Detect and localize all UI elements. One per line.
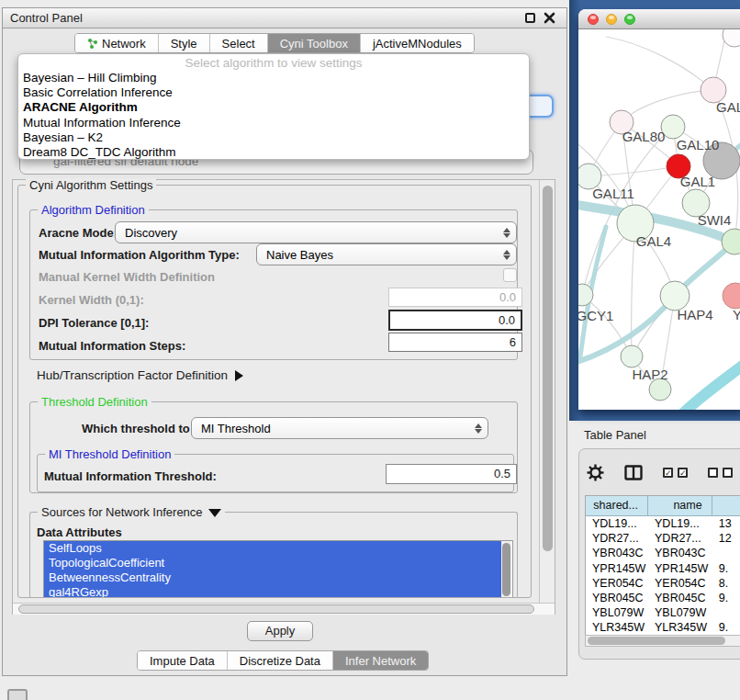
algorithm-option-bayesian-hill-climbing[interactable]: Bayesian – Hill Climbing xyxy=(18,71,529,85)
node-corner[interactable] xyxy=(723,29,740,47)
tab-jactivemnodules-label: jActiveMNodules xyxy=(373,37,462,51)
table-horizontal-scrollbar[interactable] xyxy=(585,635,740,647)
tab-jactivemnodules[interactable]: jActiveMNodules xyxy=(361,34,474,52)
node-label: GAL10 xyxy=(677,137,720,152)
control-panel-title: Control Panel xyxy=(10,11,83,25)
cell-shared-name: YBR045C xyxy=(586,591,648,605)
column-header-name[interactable]: name xyxy=(648,496,712,516)
minimize-traffic-light-icon[interactable] xyxy=(606,14,617,25)
cell-name: YER054C xyxy=(648,576,712,591)
aracne-mode-label: Aracne Mode: xyxy=(39,226,118,241)
network-view-window[interactable]: GAL GAL80 GAL10 GAL1 GAL11 SWI4 GAL4 GCY… xyxy=(578,9,740,410)
attribute-list-scrollbar-thumb[interactable] xyxy=(502,543,510,596)
tab-select-label: Select xyxy=(222,37,255,51)
algorithm-option-basic-correlation[interactable]: Basic Correlation Inference xyxy=(18,85,529,100)
dock-panel-icon[interactable] xyxy=(7,689,28,700)
close-traffic-light-icon[interactable] xyxy=(588,14,599,25)
attribute-gal4rgexp[interactable]: gal4RGexp xyxy=(44,585,501,597)
checked-box-icon: ✓ xyxy=(663,468,673,478)
settings-hscrollbar-thumb[interactable] xyxy=(18,604,534,614)
aracne-mode-combo[interactable]: Discovery xyxy=(115,221,517,243)
table-body: YDL19...YDL19...13 YDR27...YDR27...12 YB… xyxy=(586,516,740,635)
stepper-arrows-icon xyxy=(501,228,516,238)
control-panel-titlebar[interactable]: Control Panel xyxy=(3,8,566,28)
cell-value: 9. xyxy=(712,591,740,605)
manual-kernel-width-label: Manual Kernel Width Definition xyxy=(39,270,215,285)
algorithm-option-aracne[interactable]: ARACNE Algorithm xyxy=(18,100,529,115)
node-label: GAL11 xyxy=(592,186,634,201)
network-window-titlebar[interactable] xyxy=(578,9,740,29)
table-panel-title: Table Panel xyxy=(584,428,646,442)
algorithm-option-bayesian-k2[interactable]: Bayesian – K2 xyxy=(18,130,529,145)
cell-value: 9. xyxy=(712,561,740,576)
sources-group-title[interactable]: Sources for Network Inference xyxy=(38,505,225,519)
settings-vscrollbar-thumb[interactable] xyxy=(543,186,553,551)
zoom-traffic-light-icon[interactable] xyxy=(624,14,635,25)
algorithm-popup-placeholder: Select algorithm to view settings xyxy=(18,56,529,71)
settings-horizontal-scrollbar[interactable] xyxy=(13,603,555,615)
cyni-settings-group-title: Cyni Algorithm Settings xyxy=(26,178,156,192)
algorithm-option-mutual-information[interactable]: Mutual Information Inference xyxy=(18,116,529,130)
gear-icon[interactable] xyxy=(587,464,604,481)
attribute-topologicalcoefficient[interactable]: TopologicalCoefficient xyxy=(44,556,501,570)
tab-network-label: Network xyxy=(102,37,146,51)
table-hscrollbar-thumb[interactable] xyxy=(588,637,725,645)
tab-infer-network[interactable]: Infer Network xyxy=(333,651,428,670)
table-row[interactable]: YDL19...YDL19...13 xyxy=(586,516,740,531)
table-row[interactable]: YLR345WYLR345W9. xyxy=(586,620,740,635)
cell-value xyxy=(712,546,740,560)
attribute-selfloops[interactable]: SelfLoops xyxy=(44,541,501,556)
aracne-mode-value: Discovery xyxy=(116,226,501,240)
tab-discretize-data[interactable]: Discretize Data xyxy=(228,651,333,670)
tab-select[interactable]: Select xyxy=(210,34,268,52)
table-row[interactable]: YER054CYER054C8. xyxy=(586,576,740,591)
cell-shared-name: YLR345W xyxy=(586,620,648,635)
cell-name: YPR145W xyxy=(648,561,712,576)
expander-right-icon xyxy=(235,370,243,381)
which-threshold-combo[interactable]: MI Threshold xyxy=(191,417,488,439)
tab-impute-data[interactable]: Impute Data xyxy=(138,651,228,670)
node-label: Y xyxy=(733,307,740,322)
node-salmon[interactable] xyxy=(723,283,740,309)
cell-name: YDR27... xyxy=(648,531,712,546)
cell-shared-name: YBL079W xyxy=(586,605,648,620)
mi-threshold-field[interactable]: 0.5 xyxy=(386,464,517,484)
manual-kernel-width-checkbox[interactable] xyxy=(503,268,517,282)
table-row[interactable]: YPR145WYPR145W9. xyxy=(586,561,740,576)
columns-icon[interactable] xyxy=(624,465,643,480)
table-row[interactable]: YBR043CYBR043C xyxy=(586,546,740,560)
float-window-icon[interactable] xyxy=(525,13,535,23)
tab-cyni-toolbox[interactable]: Cyni Toolbox xyxy=(268,34,361,52)
attribute-betweennesscentrality[interactable]: BetweennessCentrality xyxy=(44,570,501,585)
table-row[interactable]: YBL079WYBL079W xyxy=(586,605,740,620)
cell-shared-name: YER054C xyxy=(586,576,648,591)
column-header-partial[interactable] xyxy=(712,496,740,516)
node-hap2[interactable] xyxy=(621,345,643,367)
show-checked-columns-icon[interactable]: ✓ ✓ xyxy=(663,468,688,478)
table-row[interactable]: YBR045CYBR045C9. xyxy=(586,591,740,605)
node-label: GAL1 xyxy=(680,174,715,189)
apply-button[interactable]: Apply xyxy=(247,621,313,641)
settings-vertical-scrollbar[interactable] xyxy=(539,180,555,603)
node-label: HAP4 xyxy=(677,307,712,322)
network-canvas[interactable]: GAL GAL80 GAL10 GAL1 GAL11 SWI4 GAL4 GCY… xyxy=(578,29,740,410)
network-desktop-background: GAL GAL80 GAL10 GAL1 GAL11 SWI4 GAL4 GCY… xyxy=(569,0,740,421)
tab-infer-network-label: Infer Network xyxy=(345,654,416,668)
tab-style[interactable]: Style xyxy=(159,34,210,52)
column-header-shared-name[interactable]: shared... xyxy=(586,496,648,516)
cell-name: YBL079W xyxy=(648,605,712,620)
table-row[interactable]: YDR27...YDR27...12 xyxy=(586,531,740,546)
attribute-list-scrollbar[interactable] xyxy=(501,541,511,597)
dpi-tolerance-field[interactable]: 0.0 xyxy=(388,310,522,331)
cell-value: 12 xyxy=(712,531,740,546)
tab-network[interactable]: Network xyxy=(75,34,159,52)
cell-name: YBR043C xyxy=(648,546,712,560)
close-icon[interactable] xyxy=(544,12,555,24)
mi-algorithm-type-combo[interactable]: Naive Bayes xyxy=(256,243,517,265)
hide-columns-icon[interactable] xyxy=(708,468,733,478)
mi-steps-field[interactable]: 6 xyxy=(388,333,522,352)
algorithm-option-dream8[interactable]: Dream8 DC_TDC Algorithm xyxy=(18,145,529,160)
table-panel-window: ✓ ✓ shared... name YDL19...YDL19...13 YD… xyxy=(578,448,740,660)
kernel-width-field[interactable]: 0.0 xyxy=(388,288,522,307)
hub-definition-expander[interactable]: Hub/Transcription Factor Definition xyxy=(37,368,243,383)
